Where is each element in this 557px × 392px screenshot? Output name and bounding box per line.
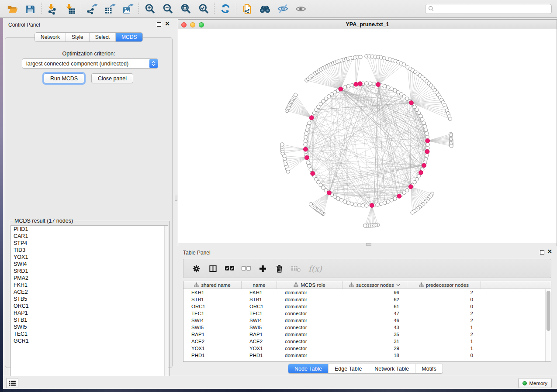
column-header-predecessor-nodes[interactable]: predecessor nodes <box>407 281 481 289</box>
panel-menu-button[interactable] <box>6 378 18 388</box>
table-cell[interactable]: connector <box>277 310 343 317</box>
export-image-button[interactable] <box>119 0 137 17</box>
criterion-dropdown[interactable]: largest connected component (undirected) <box>22 58 158 69</box>
table-cell[interactable]: FKH1 <box>242 289 277 296</box>
network-canvas[interactable] <box>178 29 557 243</box>
table-cell[interactable]: 2 <box>407 317 481 324</box>
table-cell[interactable]: 0 <box>407 303 481 310</box>
table-cell[interactable]: 31 <box>343 338 407 345</box>
table-cell[interactable]: 96 <box>343 289 407 296</box>
zoom-out-button[interactable] <box>159 0 176 17</box>
table-cell[interactable]: SWI4 <box>242 317 277 324</box>
import-table-button[interactable] <box>61 0 79 17</box>
tab-select[interactable]: Select <box>90 33 116 41</box>
vertical-splitter[interactable] <box>174 18 178 376</box>
close-panel-button[interactable]: Close panel <box>91 73 133 83</box>
table-cell[interactable]: 0 <box>407 352 481 359</box>
search-input[interactable] <box>434 5 549 13</box>
mcds-result-item[interactable]: TID3 <box>11 247 168 254</box>
tab-edge-table[interactable]: Edge Table <box>329 364 368 373</box>
export-table-button[interactable] <box>101 0 119 17</box>
table-cell[interactable]: 2 <box>407 331 481 338</box>
table-cell[interactable]: 2 <box>407 310 481 317</box>
mcds-result-item[interactable]: FKH1 <box>11 282 168 289</box>
splitter-grip[interactable] <box>175 195 177 201</box>
table-scrollbar[interactable] <box>545 289 550 362</box>
table-row[interactable]: STB1STB1dominator620 <box>183 296 551 303</box>
mcds-result-item[interactable]: STB1 <box>11 316 168 323</box>
table-cell[interactable]: PHD1 <box>242 352 277 359</box>
table-cell[interactable]: dominator <box>277 303 343 310</box>
table-cell[interactable]: 62 <box>343 296 407 303</box>
table-cell[interactable]: 47 <box>343 310 407 317</box>
table-cell[interactable]: YOX1 <box>242 345 277 352</box>
search-box[interactable] <box>425 4 552 14</box>
table-cell[interactable]: TEC1 <box>242 310 277 317</box>
mcds-list-scrollbar[interactable] <box>164 226 168 383</box>
column-header-MCDS-role[interactable]: MCDS role <box>277 281 343 289</box>
table-cell[interactable]: connector <box>277 338 343 345</box>
table-cell[interactable]: 2 <box>407 289 481 296</box>
table-cell[interactable]: 1 <box>407 345 481 352</box>
find-button[interactable] <box>256 0 274 17</box>
open-file-button[interactable] <box>3 0 21 17</box>
table-row[interactable]: ORC1ORC1dominator610 <box>183 303 551 310</box>
table-cell[interactable]: 1 <box>407 324 481 331</box>
table-settings-button[interactable] <box>188 260 204 277</box>
tab-node-table[interactable]: Node Table <box>288 364 329 373</box>
table-cell[interactable]: SWI4 <box>183 317 242 324</box>
table-cell[interactable]: 1 <box>407 338 481 345</box>
table-cell[interactable]: STB1 <box>242 296 277 303</box>
mcds-result-item[interactable]: PHD1 <box>11 226 168 233</box>
memory-button[interactable]: Memory <box>518 378 552 388</box>
mcds-result-item[interactable]: TEC1 <box>11 330 168 337</box>
tab-mcds[interactable]: MCDS <box>116 33 142 41</box>
table-cell[interactable]: ORC1 <box>183 303 242 310</box>
table-cell[interactable]: ORC1 <box>242 303 277 310</box>
mcds-result-item[interactable]: STB5 <box>11 296 168 303</box>
table-cell[interactable]: 46 <box>343 317 407 324</box>
create-column-button[interactable] <box>254 260 271 277</box>
zoom-in-button[interactable] <box>141 0 159 17</box>
table-cell[interactable]: PHD1 <box>183 352 242 359</box>
mcds-result-item[interactable]: YOX1 <box>11 254 168 261</box>
table-cell[interactable]: 43 <box>343 324 407 331</box>
table-row[interactable]: YOX1YOX1connector291 <box>183 345 551 352</box>
network-overview-button[interactable] <box>238 0 256 17</box>
zoom-fit-button[interactable] <box>176 0 194 17</box>
table-cell[interactable]: dominator <box>277 296 343 303</box>
tab-network-table[interactable]: Network Table <box>368 364 415 373</box>
table-cell[interactable]: ACE2 <box>242 338 277 345</box>
table-row[interactable]: TEC1TEC1connector472 <box>183 310 551 317</box>
table-cell[interactable]: 0 <box>407 296 481 303</box>
mcds-result-item[interactable]: GCR1 <box>11 337 168 344</box>
table-row[interactable]: PHD1PHD1dominator180 <box>183 352 551 359</box>
tab-motifs[interactable]: Motifs <box>415 364 442 373</box>
table-cell[interactable]: 18 <box>343 352 407 359</box>
table-cell[interactable]: connector <box>277 324 343 331</box>
run-mcds-button[interactable]: Run MCDS <box>44 73 84 83</box>
table-cell[interactable]: SWI5 <box>183 324 242 331</box>
save-session-button[interactable] <box>21 0 39 17</box>
mcds-result-item[interactable]: STP4 <box>11 240 168 247</box>
table-cell[interactable]: RAP1 <box>242 331 277 338</box>
table-cell[interactable]: STB1 <box>183 296 242 303</box>
import-network-button[interactable] <box>43 0 61 17</box>
mcds-result-item[interactable]: RAP1 <box>11 309 168 316</box>
table-cell[interactable]: TEC1 <box>183 310 242 317</box>
select-all-rows-button[interactable] <box>221 260 238 277</box>
mcds-result-item[interactable]: ACE2 <box>11 289 168 296</box>
table-cell[interactable]: dominator <box>277 331 343 338</box>
mcds-result-item[interactable]: SWI4 <box>11 261 168 268</box>
toggle-columns-button[interactable] <box>204 260 221 277</box>
close-window-icon[interactable] <box>181 22 187 28</box>
maximize-window-icon[interactable] <box>199 22 204 28</box>
mcds-result-item[interactable]: CAR1 <box>11 233 168 240</box>
float-panel-icon[interactable] <box>157 22 161 27</box>
table-row[interactable]: SWI5SWI5connector431 <box>183 324 551 331</box>
table-cell[interactable]: 61 <box>343 303 407 310</box>
delete-columns-button[interactable] <box>271 260 287 277</box>
mcds-result-item[interactable]: SRD1 <box>11 268 168 275</box>
table-row[interactable]: FKH1FKH1dominator962 <box>183 289 551 296</box>
hide-selected-button[interactable] <box>274 0 292 17</box>
